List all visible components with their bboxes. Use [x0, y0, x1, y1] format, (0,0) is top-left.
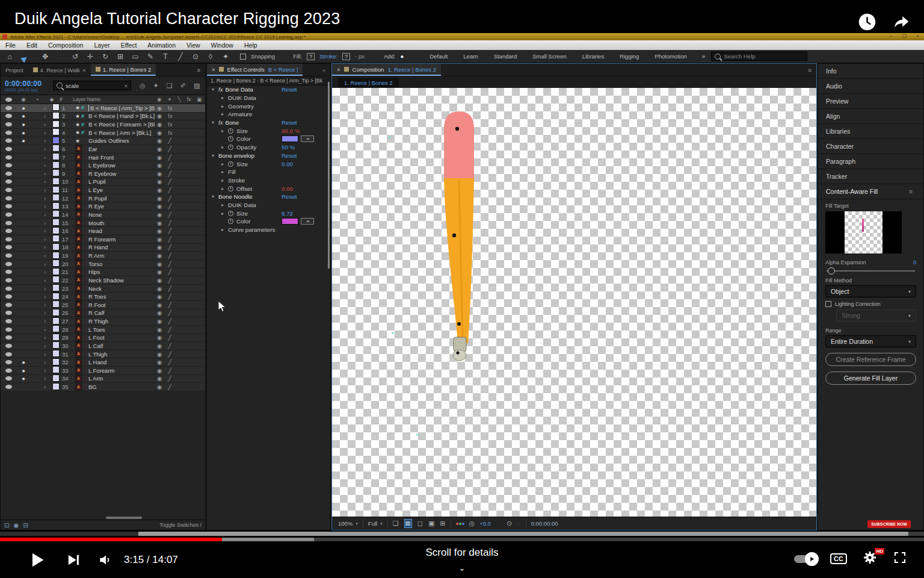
- layer-visibility-toggle[interactable]: [5, 131, 12, 135]
- workspace-tab[interactable]: Default: [422, 53, 455, 60]
- expand-layer-icon[interactable]: ›: [44, 351, 52, 358]
- layer-row[interactable]: ● › 14 ★ # A Nose ◉ ╱: [1, 211, 205, 219]
- layer-name[interactable]: R Hand: [88, 244, 108, 250]
- layer-visibility-toggle[interactable]: [5, 303, 12, 307]
- snapping-checkbox[interactable]: [240, 54, 246, 60]
- layer-switch[interactable]: fx: [168, 113, 172, 119]
- effect-property-row[interactable]: ▸ fx Size 90.0 % ⇥: [207, 126, 330, 135]
- layer-visibility-toggle[interactable]: [5, 294, 12, 299]
- expand-layer-icon[interactable]: ›: [44, 293, 52, 300]
- layer-label-swatch[interactable]: [52, 144, 60, 152]
- toolbar-tool-icon[interactable]: ⌂: [6, 52, 13, 61]
- generate-fill-layer-button[interactable]: Generate Fill Layer: [825, 371, 916, 385]
- layer-label-swatch[interactable]: [52, 161, 60, 169]
- motion-blur-icon[interactable]: ◉: [13, 522, 19, 529]
- layer-label-swatch[interactable]: [52, 178, 60, 185]
- show-snapshot-icon[interactable]: ◌: [517, 520, 521, 527]
- layer-name[interactable]: B < Reece | Hand > [Bk.L]: [88, 113, 155, 119]
- effect-property-row[interactable]: ▸ fx Stroke ⇥: [207, 176, 330, 185]
- layer-visibility-toggle[interactable]: [5, 147, 12, 151]
- composition-viewer[interactable]: [332, 88, 816, 517]
- character-arm-artwork[interactable]: [422, 100, 513, 389]
- layer-switch[interactable]: ╱: [168, 195, 171, 202]
- layer-row[interactable]: ● › 5 ★ # A Guides Outlines ◉ ╱: [1, 137, 205, 146]
- autoplay-toggle[interactable]: [794, 555, 815, 563]
- close-tab-icon[interactable]: ×: [337, 66, 340, 73]
- layer-row[interactable]: ● › 1 ★ # A B < Reece | Arm_Tip > [Bk.L]…: [1, 104, 205, 113]
- timeline-tool-icon[interactable]: ◎: [140, 82, 146, 90]
- layer-name[interactable]: BG: [88, 384, 97, 390]
- content-aware-fill-title[interactable]: Content-Aware Fill: [826, 188, 878, 195]
- layer-label-swatch[interactable]: [52, 350, 60, 357]
- layer-visibility-toggle[interactable]: [5, 253, 12, 258]
- layer-switch[interactable]: ╱: [168, 269, 171, 275]
- layer-label-swatch[interactable]: [52, 210, 60, 217]
- layer-switch[interactable]: ╱: [168, 351, 171, 358]
- parent-pickwhip-icon[interactable]: ◉: [157, 220, 162, 226]
- expand-layer-icon[interactable]: ›: [44, 121, 52, 128]
- menu-item[interactable]: Layer: [88, 42, 115, 49]
- close-tab-icon[interactable]: ×: [212, 66, 215, 73]
- layer-visibility-toggle[interactable]: [5, 376, 12, 381]
- layer-row[interactable]: ● › 7 ★ # A Hair Front ◉ ╱: [1, 154, 205, 162]
- layer-name[interactable]: B < Reece | Arm > [Bk.L]: [88, 129, 151, 136]
- effect-property-row[interactable]: ▾ fx Bone Reset ⇥: [207, 119, 330, 127]
- effect-property-row[interactable]: ▸ fx Armature ⇥: [207, 110, 330, 119]
- viewer-option-icon[interactable]: ⊠: [404, 519, 412, 528]
- menu-item[interactable]: Window: [206, 42, 239, 49]
- window-close-button[interactable]: ×: [916, 33, 919, 39]
- current-timecode[interactable]: 0:00:00:00: [5, 79, 53, 88]
- sidebar-panel-tab[interactable]: Libraries: [818, 124, 923, 139]
- layer-row[interactable]: ● › 6 ★ # A Ear ◉ ╱: [1, 145, 205, 154]
- layer-visibility-toggle[interactable]: [5, 335, 12, 340]
- expand-property-icon[interactable]: ▸: [221, 211, 228, 216]
- eyedropper-icon[interactable]: ⇥: [301, 218, 314, 225]
- layer-label-swatch[interactable]: [52, 235, 60, 242]
- reset-link[interactable]: Reset: [282, 193, 297, 200]
- window-minimize-button[interactable]: –: [890, 33, 892, 39]
- timeline-tool-icon[interactable]: ❏: [167, 82, 173, 90]
- layer-name[interactable]: B < Reece | Forearm > [Bk.L]: [88, 121, 155, 128]
- layer-solo-dot[interactable]: ●: [16, 121, 31, 128]
- expand-layer-icon[interactable]: ›: [44, 269, 52, 275]
- viewer-option-icon[interactable]: ▣: [428, 520, 434, 527]
- layer-name[interactable]: R Pupil: [88, 195, 107, 202]
- fill-swatch[interactable]: ?: [307, 53, 315, 60]
- layer-label-swatch[interactable]: [52, 366, 60, 373]
- layer-visibility-toggle[interactable]: [5, 122, 12, 126]
- expand-layer-icon[interactable]: ›: [44, 220, 52, 226]
- parent-pickwhip-icon[interactable]: ◉: [157, 367, 162, 374]
- effect-property-row[interactable]: ▸ fx Fill ⇥: [207, 168, 330, 176]
- expand-layer-icon[interactable]: ›: [44, 146, 52, 152]
- layer-switch[interactable]: fx: [168, 129, 172, 136]
- layer-name[interactable]: Neck Shadow: [88, 277, 124, 284]
- layer-label-swatch[interactable]: [52, 169, 60, 176]
- parent-pickwhip-icon[interactable]: ◉: [157, 162, 162, 169]
- layer-row[interactable]: ● › 22 ★ # A Neck Shadow ◉ ╱: [1, 276, 205, 285]
- stroke-swatch[interactable]: ?: [342, 53, 350, 60]
- viewer-option-icon[interactable]: ❏: [393, 520, 399, 527]
- layer-name[interactable]: R Foot: [88, 302, 106, 308]
- stopwatch-icon[interactable]: [228, 128, 233, 134]
- parent-pickwhip-icon[interactable]: ◉: [157, 113, 162, 119]
- expand-layer-icon[interactable]: ›: [44, 203, 52, 210]
- toolbar-tool-icon[interactable]: ╱: [177, 52, 184, 61]
- color-swatch[interactable]: [282, 135, 298, 142]
- layer-row[interactable]: ● › 20 ★ # A Torso ◉ ╱: [1, 260, 205, 269]
- layer-visibility-toggle[interactable]: [5, 278, 12, 282]
- layer-visibility-toggle[interactable]: [5, 270, 12, 274]
- layer-row[interactable]: ● › 26 ★ # A R Calf ◉ ╱: [1, 309, 205, 318]
- layer-switch[interactable]: ╱: [168, 137, 171, 144]
- toolbar-tool-icon[interactable]: ⊞: [117, 52, 124, 61]
- stopwatch-icon[interactable]: [228, 219, 233, 224]
- expand-layer-icon[interactable]: ›: [44, 277, 52, 284]
- layer-label-swatch[interactable]: [52, 341, 60, 349]
- parent-pickwhip-icon[interactable]: ◉: [157, 326, 162, 333]
- layer-row[interactable]: ● › 34 ★ # A L Arm ◉ ╱: [1, 375, 205, 384]
- toolbar-tool-icon[interactable]: ↺: [72, 52, 79, 61]
- layer-row[interactable]: ● › 11 ★ # A L Eye ◉ ╱: [1, 186, 205, 194]
- expand-property-icon[interactable]: ▸: [221, 186, 228, 191]
- horizontal-scrollbar[interactable]: [106, 517, 142, 519]
- layer-name[interactable]: Guides Outlines: [88, 137, 129, 144]
- layer-label-swatch[interactable]: [52, 243, 60, 250]
